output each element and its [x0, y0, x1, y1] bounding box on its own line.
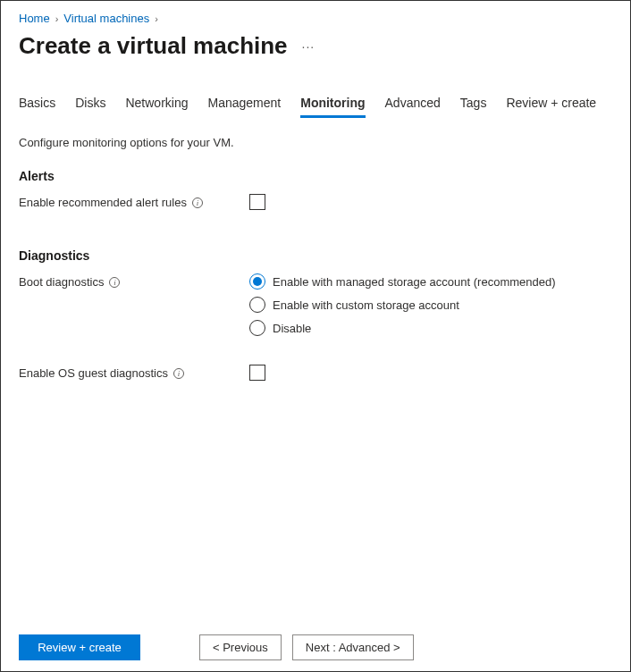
section-heading-diagnostics: Diagnostics	[19, 248, 612, 263]
chevron-right-icon: ›	[155, 13, 158, 24]
section-heading-alerts: Alerts	[19, 169, 612, 183]
more-actions-icon[interactable]: ···	[302, 39, 316, 54]
next-button[interactable]: Next : Advanced >	[292, 634, 414, 660]
tab-advanced[interactable]: Advanced	[385, 92, 441, 118]
radio-boot-custom[interactable]: Enable with custom storage account	[249, 297, 612, 313]
tab-networking[interactable]: Networking	[125, 92, 188, 118]
radio-icon	[249, 320, 265, 336]
label-enable-recommended-alerts: Enable recommended alert rules	[19, 196, 187, 209]
radio-label: Disable	[273, 322, 311, 335]
checkbox-os-guest-diagnostics[interactable]	[249, 365, 265, 381]
tab-review-create[interactable]: Review + create	[506, 92, 596, 118]
tab-basics[interactable]: Basics	[19, 92, 55, 118]
tab-disks[interactable]: Disks	[75, 92, 105, 118]
tab-monitoring[interactable]: Monitoring	[300, 92, 365, 118]
review-create-button[interactable]: Review + create	[19, 634, 140, 660]
breadcrumb-virtual-machines[interactable]: Virtual machines	[63, 12, 149, 25]
chevron-right-icon: ›	[55, 13, 59, 24]
info-icon[interactable]: i	[173, 368, 184, 379]
tabs: Basics Disks Networking Management Monit…	[19, 92, 612, 118]
checkbox-enable-recommended-alerts[interactable]	[249, 194, 265, 210]
radio-icon	[249, 297, 265, 313]
radio-label: Enable with custom storage account	[273, 298, 459, 312]
radio-boot-disable[interactable]: Disable	[249, 320, 612, 336]
info-icon[interactable]: i	[109, 277, 120, 288]
tab-description: Configure monitoring options for your VM…	[19, 136, 612, 149]
radio-icon	[249, 273, 265, 290]
radio-group-boot-diagnostics: Enable with managed storage account (rec…	[249, 273, 612, 336]
info-icon[interactable]: i	[192, 197, 203, 208]
label-os-guest-diagnostics: Enable OS guest diagnostics	[19, 366, 168, 380]
label-boot-diagnostics: Boot diagnostics	[19, 275, 104, 289]
radio-label: Enable with managed storage account (rec…	[273, 275, 556, 289]
radio-boot-managed[interactable]: Enable with managed storage account (rec…	[249, 273, 612, 290]
wizard-footer: Review + create < Previous Next : Advanc…	[1, 624, 630, 671]
previous-button[interactable]: < Previous	[199, 634, 282, 660]
tab-management[interactable]: Management	[208, 92, 282, 118]
breadcrumb: Home › Virtual machines ›	[19, 8, 612, 32]
breadcrumb-home[interactable]: Home	[19, 12, 50, 25]
page-title: Create a virtual machine	[19, 32, 288, 60]
tab-tags[interactable]: Tags	[460, 92, 487, 118]
